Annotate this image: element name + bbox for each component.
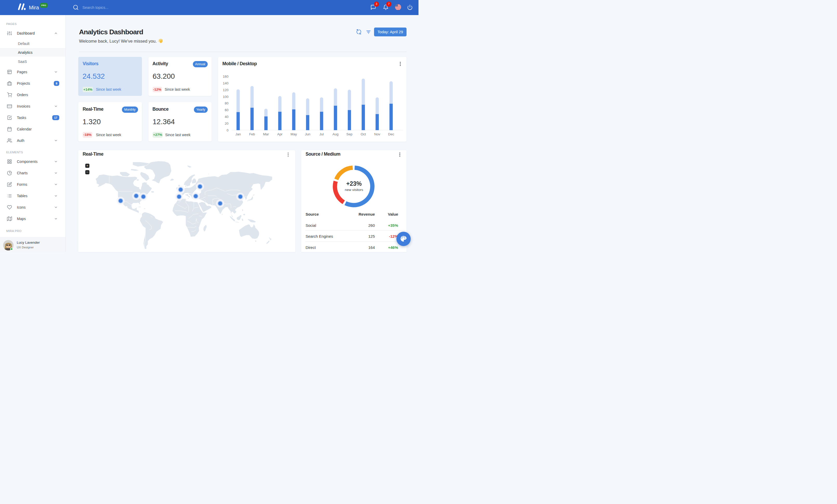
svg-text:May: May xyxy=(290,132,297,136)
svg-text:Dec: Dec xyxy=(388,132,394,136)
svg-text:20: 20 xyxy=(225,121,228,125)
svg-text:Nov: Nov xyxy=(374,132,380,136)
svg-text:160: 160 xyxy=(223,75,229,78)
svg-text:120: 120 xyxy=(223,88,229,92)
svg-text:40: 40 xyxy=(225,115,228,118)
svg-text:Jan: Jan xyxy=(235,132,241,136)
svg-text:140: 140 xyxy=(223,81,229,85)
svg-text:60: 60 xyxy=(225,108,228,112)
svg-text:80: 80 xyxy=(225,101,228,105)
svg-text:Jul: Jul xyxy=(319,132,324,136)
svg-text:Apr: Apr xyxy=(277,132,283,136)
svg-text:0: 0 xyxy=(227,128,228,132)
svg-text:Mar: Mar xyxy=(263,132,269,136)
svg-text:Feb: Feb xyxy=(249,132,255,136)
svg-text:Oct: Oct xyxy=(360,132,366,136)
svg-text:Aug: Aug xyxy=(333,132,338,136)
svg-text:100: 100 xyxy=(223,95,229,98)
svg-text:Sep: Sep xyxy=(346,132,352,136)
svg-text:Jun: Jun xyxy=(305,132,310,136)
